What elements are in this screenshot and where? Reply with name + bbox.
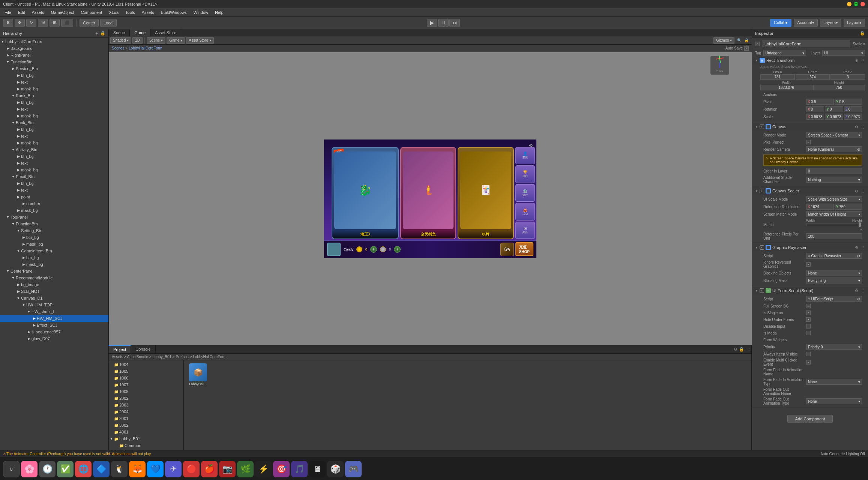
menu-help[interactable]: Help [212, 9, 227, 15]
ui-form-script-menu-icon[interactable]: ⋮ [861, 289, 865, 293]
auto-save-checkbox[interactable]: ✓ [744, 46, 749, 51]
transform-tool[interactable]: ⬛ [61, 19, 73, 27]
object-enable-checkbox[interactable]: ✓ [755, 42, 760, 46]
rect-settings-icon[interactable]: ⚙ [855, 58, 858, 63]
scale-x[interactable]: X 0.9973 [806, 114, 824, 120]
tag-dropdown[interactable]: Untagged ▾ [763, 50, 806, 56]
menu-buildwindows[interactable]: BuildWindows [158, 9, 190, 15]
scene-mode-dropdown[interactable]: Scene ▾ [147, 37, 165, 44]
tree-item[interactable]: ▼Rank_Btn [0, 92, 108, 99]
menu-xlua[interactable]: XLua [106, 9, 122, 15]
tree-item[interactable]: ▼LobbyHallCoreForm [0, 38, 108, 45]
taskbar-icon-bolt[interactable]: ⚡ [255, 461, 272, 477]
maximize-button[interactable]: □ [854, 2, 858, 6]
menu-gameobject[interactable]: GameObject [48, 9, 77, 15]
add-currency-btn-1[interactable]: + [370, 246, 377, 253]
tree-item[interactable]: ▶mask_bg [0, 166, 108, 173]
object-name-field[interactable] [762, 40, 850, 47]
shader-channels-dropdown[interactable]: Nothing ▾ [806, 177, 862, 183]
project-tree-item[interactable]: 📁1004 [109, 361, 183, 368]
tree-item[interactable]: ▼FunctionBtn [0, 58, 108, 65]
pos-y-value[interactable]: 374 [796, 74, 830, 80]
ref-pixels-value[interactable]: 100 [806, 233, 862, 239]
tree-item[interactable]: ▶text [0, 133, 108, 140]
tree-item[interactable]: ▶btn_bg [0, 180, 108, 187]
hierarchy-add[interactable]: + [96, 31, 98, 36]
menu-component[interactable]: Component [78, 9, 105, 15]
tree-item[interactable]: ▼FunctionBtn [0, 220, 108, 227]
match-slider-thumb[interactable] [859, 222, 861, 227]
tree-item[interactable]: ▶text [0, 106, 108, 112]
multi-clicked-checkbox[interactable]: ✓ [806, 360, 811, 364]
tab-game[interactable]: Game [130, 29, 150, 36]
project-tree-item[interactable]: 📁4001 [109, 429, 183, 435]
always-keep-visible-checkbox[interactable] [806, 352, 811, 356]
disable-input-checkbox[interactable] [806, 324, 811, 328]
project-tree-item[interactable]: 📁3002 [109, 422, 183, 429]
taskbar-icon-music[interactable]: 🎵 [291, 461, 308, 477]
tree-item[interactable]: ▼CenterPanel [0, 268, 108, 274]
ignore-reversed-checkbox[interactable]: ✓ [806, 262, 811, 267]
taskbar-icon-1[interactable]: 🌸 [21, 461, 38, 477]
project-tree-item[interactable]: 📁Common [109, 442, 183, 449]
tree-item[interactable]: ▶s_sequence957 [0, 328, 108, 335]
taskbar-icon-unity2[interactable]: 🎲 [327, 461, 344, 477]
file-lobbyhallcoreform[interactable]: 📦 LobbyHall... [187, 363, 209, 386]
tree-item[interactable]: ▶mask_bg [0, 261, 108, 268]
order-layer-value[interactable]: 0 [806, 168, 862, 174]
pos-z-value[interactable]: 3 [830, 74, 865, 80]
ui-form-script-checkbox[interactable]: ✓ [760, 288, 764, 293]
rotate-tool[interactable]: ↻ [26, 19, 36, 27]
ref-res-x[interactable]: X 1624 [806, 204, 834, 210]
tree-item[interactable]: ▶glow_D07 [0, 335, 108, 342]
canvas-checkbox[interactable]: ✓ [760, 124, 764, 129]
tree-item[interactable]: ▶text [0, 79, 108, 86]
taskbar-icon-photo[interactable]: 📷 [219, 461, 236, 477]
tree-item[interactable]: ▼Email_Btn [0, 173, 108, 180]
tree-item[interactable]: ▶mask_bg [0, 140, 108, 146]
icon-bank[interactable]: 🏦银行 [515, 184, 535, 202]
icon-email[interactable]: ✉邮件 [515, 222, 535, 239]
gizmos-button[interactable]: Gizmos ▾ [713, 37, 734, 44]
add-component-button[interactable]: Add Component [787, 415, 833, 423]
project-tree-item[interactable]: 📁1008 [109, 388, 183, 395]
uifs-script-value[interactable]: ≡ UIFormScript ⊙ [806, 296, 862, 302]
2d-button[interactable]: 2D [132, 37, 143, 44]
rotation-z[interactable]: Z 0 [844, 106, 862, 112]
menu-window[interactable]: Window [191, 9, 211, 15]
tree-item[interactable]: ▶text [0, 187, 108, 194]
tree-item[interactable]: ▶btn_bg [0, 99, 108, 106]
tree-item[interactable]: ▶Background [0, 45, 108, 52]
project-tree-item[interactable]: 📁1005 [109, 368, 183, 375]
menu-file[interactable]: File [2, 9, 14, 15]
scale-y[interactable]: Y 0.9973 [825, 114, 843, 120]
fade-out-type-dropdown[interactable]: None ▾ [806, 398, 862, 404]
gr-script-value[interactable]: ≡ GraphicRaycaster ⊙ [806, 253, 862, 259]
tree-item[interactable]: ▶mask_bg [0, 86, 108, 92]
rect-transform-header[interactable]: ▼ ⊞ Rect Transform ⚙ ⋮ [752, 57, 868, 64]
rect-tool[interactable]: ⊞ [50, 19, 60, 27]
tree-item[interactable]: ▼HW_shoul_L [0, 308, 108, 315]
fade-in-type-dropdown[interactable]: None ▾ [806, 379, 862, 385]
graphic-raycaster-menu-icon[interactable]: ⋮ [861, 246, 865, 250]
taskbar-icon-monitor[interactable]: 🖥 [309, 461, 326, 477]
taskbar-icon-check[interactable]: ✅ [57, 461, 74, 477]
scale-tool[interactable]: ⇲ [38, 19, 48, 27]
menu-assets[interactable]: Assets [29, 9, 47, 15]
taskbar-icon-target[interactable]: 🎯 [273, 461, 290, 477]
taskbar-icon-chrome[interactable]: 🌐 [75, 461, 92, 477]
tree-item[interactable]: ▶text [0, 160, 108, 166]
pivot-button[interactable]: Center [80, 19, 99, 27]
canvas-scaler-menu-icon[interactable]: ⋮ [861, 189, 865, 193]
project-tree-item[interactable]: ▼📁Lobby_B01 [109, 435, 183, 442]
local-button[interactable]: Local [100, 19, 117, 27]
screen-match-dropdown[interactable]: Match Width Or Height ▾ [806, 211, 862, 217]
step-button[interactable]: ⏭ [449, 19, 460, 27]
tree-item[interactable]: ▼Setting_Btn [0, 227, 108, 234]
game-card-buyu[interactable]: 全民捕鱼 🧜 [400, 147, 457, 239]
width-value[interactable]: 1623.076 [760, 85, 812, 90]
pivot-y[interactable]: Y 0.5 [835, 99, 862, 105]
canvas-menu-icon[interactable]: ⋮ [861, 125, 865, 129]
layer-dropdown[interactable]: UI ▾ [822, 50, 865, 56]
taskbar-icon-blue[interactable]: 💙 [147, 461, 164, 477]
